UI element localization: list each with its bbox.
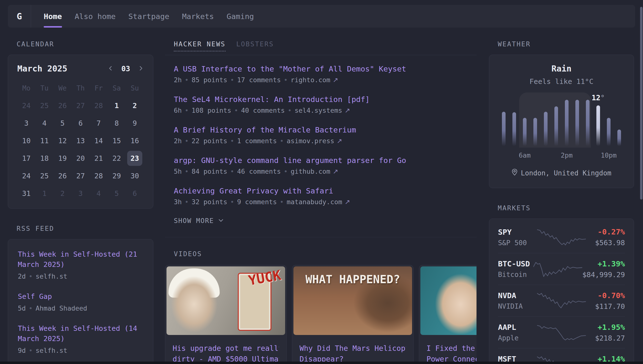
markets-heading: MARKETS [489,204,634,212]
calendar-day-18: 18 [36,151,54,166]
external-link-icon: ↗ [330,76,338,84]
page-scrollbar-thumb[interactable] [640,7,642,200]
calendar-day-value: 24 [22,102,31,110]
rss-items: This Week in Self-Hosted (21 March 2025)… [18,249,143,354]
rss-item-age: 2d [18,272,26,280]
calendar-day-value: 26 [58,102,67,110]
video-thumbnail[interactable]: WHAT HAPPENED? [293,266,412,335]
calendar-day-16: 16 [126,133,144,148]
story-title[interactable]: argp: GNU-style command line argument pa… [174,156,406,165]
chevron-down-icon [218,217,224,224]
market-symbol: SPY [498,228,537,236]
calendar-day-21: 21 [90,151,108,166]
rss-item-age: 9d [18,347,26,354]
calendar-weekday-th: Th [72,82,90,96]
video-card[interactable]: WHAT HAPPENED?Why Did The Mars Helicopte… [292,265,413,364]
video-card[interactable]: YUCKHis upgrade got me reallydirty - AMD… [165,265,287,364]
next-row-content-edge [0,362,643,364]
story-title[interactable]: Achieving Great Privacy with Safari [174,186,333,195]
video-thumbnail[interactable]: DO TH T [420,266,476,335]
markets-widget: SPYS&P 500-0.27%$563.98BTC-USDBitcoin+1.… [489,218,634,364]
rss-item-meta: 9d•selfh.st [18,347,143,354]
story-meta: 3h•32 points•9 comments•matanabudy.com↗ [174,198,468,206]
calendar-day-value: 11 [40,136,49,145]
calendar-day-8: 8 [108,116,126,131]
thumbnail-text: WHAT HAPPENED? [293,273,412,286]
market-row-aapl[interactable]: AAPLApple+1.95%$218.27 [498,316,625,348]
story-title[interactable]: A USB Interface to the "Mother of All De… [174,64,406,73]
weather-temp-bar [502,112,505,146]
weather-heading: WEATHER [489,40,634,48]
meta-separator-dot: • [281,76,291,84]
calendar-day-7: 7 [90,116,108,131]
calendar-day-value: 15 [113,136,121,145]
video-thumbnail[interactable]: YUCK [167,266,285,335]
nav-tab-gaming[interactable]: Gaming [227,5,254,28]
video-title[interactable]: Why Did The Mars HelicopterDisappear? [292,336,413,364]
meta-separator-dot: • [182,106,192,114]
calendar-prev-button[interactable] [108,65,114,72]
story-source-link[interactable]: asimov.press [287,137,334,145]
weather-temp-bar [512,112,516,146]
rss-item-source: Ahmad Shadeed [36,304,87,312]
calendar-day-value: 27 [77,102,85,110]
story-source-link[interactable]: sel4.systems [295,106,342,114]
calendar-day-9: 9 [126,116,144,131]
rss-widget: This Week in Self-Hosted (21 March 2025)… [8,239,153,364]
rss-item-title[interactable]: This Week in Self-Hosted (21 March 2025) [18,250,137,268]
nav-tab-startpage[interactable]: Startpage [128,5,169,28]
calendar-day-5: 5 [108,186,126,201]
news-tab-lobsters[interactable]: LOBSTERS [236,40,274,52]
story-meta-part: 1 comments [237,137,277,145]
calendar-day-value: 2 [60,189,65,198]
weather-bar-slot [617,100,621,146]
calendar-day-12: 12 [54,133,72,148]
news-stories: A USB Interface to the "Mother of All De… [165,55,476,206]
news-tab-hacker-news[interactable]: HACKER NEWS [174,40,226,52]
weather-temp-bar [554,106,558,146]
story-meta-part: 17 comments [237,76,281,84]
calendar-day-value: 20 [77,154,85,162]
video-title-line: His upgrade got me really [173,343,279,354]
calendar-day-3: 3 [72,186,90,201]
calendar-day-value: 28 [95,102,103,110]
meta-separator-dot: • [285,106,294,114]
market-row-btc-usd[interactable]: BTC-USDBitcoin+1.39%$84,999.29 [498,253,625,285]
video-title[interactable]: His upgrade got me reallydirty - AMD $50… [165,336,286,364]
calendar-day-19: 19 [54,151,72,166]
market-row-spy[interactable]: SPYS&P 500-0.27%$563.98 [498,221,625,253]
app-logo[interactable]: G [8,5,31,28]
rss-item-title[interactable]: Self Gap [18,292,52,300]
nav-tab-also-home[interactable]: Also home [75,5,116,28]
calendar-next-button[interactable] [138,65,144,72]
calendar-day-value: 12 [58,136,67,145]
video-title[interactable]: I Fixed the 5Power Connect [419,336,476,364]
weather-temp-bar [523,118,526,146]
market-row-nvda[interactable]: NVDANVIDIA-0.70%$117.70 [498,285,625,316]
calendar-month-number: 03 [121,64,130,73]
weather-bar-slot [575,100,579,146]
story-title[interactable]: A Brief History of the Miracle Bacterium [174,126,356,134]
story-title[interactable]: The SeL4 Microkernel: An Introduction [p… [174,95,370,104]
story-source-link[interactable]: righto.com [291,76,330,84]
calendar-day-10: 10 [17,133,36,148]
calendar-day-31: 31 [17,186,36,201]
meta-separator-dot: • [227,198,237,206]
rss-item-title[interactable]: This Week in Self-Hosted (14 March 2025) [18,324,137,343]
story-source-link[interactable]: github.com [291,168,330,175]
news-show-more-button[interactable]: SHOW MORE [174,217,224,224]
calendar-day-value: 27 [77,172,85,180]
market-id: NVDANVIDIA [498,291,537,310]
news-tabs: HACKER NEWSLOBSTERS [165,40,476,52]
video-card[interactable]: DO TH TI Fixed the 5Power Connect3d•Linu… [419,265,476,364]
video-title-line: Why Did The Mars Helicopter [300,343,406,354]
weather-bar-slot: 2pm [565,100,568,146]
calendar-day-value: 6 [133,189,137,198]
weather-temp-bar [533,118,537,146]
weather-current-temp: 12° [591,94,605,102]
nav-tab-home[interactable]: Home [44,5,62,28]
weather-temp-bar [575,100,579,146]
meta-separator-dot: • [231,106,241,114]
nav-tab-markets[interactable]: Markets [182,5,214,28]
story-source-link[interactable]: matanabudy.com [287,198,342,206]
